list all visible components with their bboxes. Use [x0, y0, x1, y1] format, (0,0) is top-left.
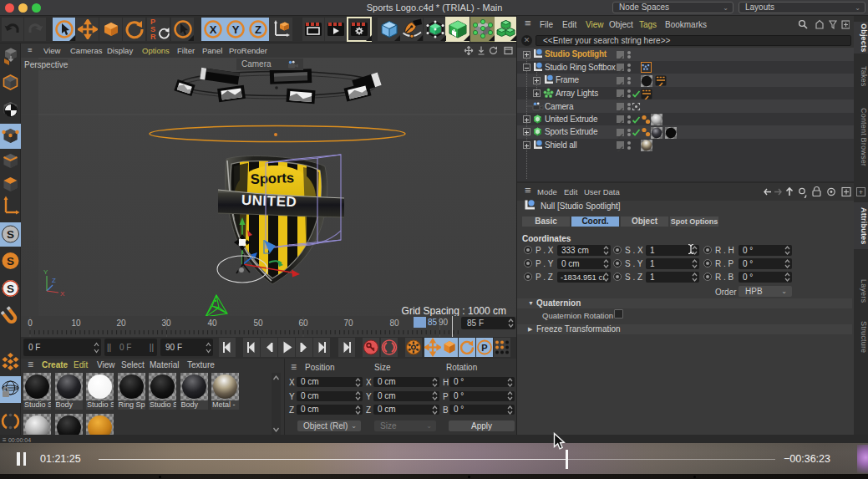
svg-text:10: 10 [71, 318, 81, 328]
svg-text:0: 0 [28, 318, 33, 328]
svg-text:Sports: Sports [250, 170, 294, 186]
svg-text:P: P [481, 343, 487, 353]
svg-text:60: 60 [298, 318, 308, 328]
svg-text:80: 80 [389, 318, 399, 328]
svg-text:Y: Y [232, 23, 240, 36]
svg-text:Y: Y [43, 268, 48, 276]
svg-text:S: S [7, 283, 14, 295]
svg-text:X: X [60, 290, 65, 298]
svg-text:40: 40 [207, 318, 217, 328]
svg-text:50: 50 [253, 318, 263, 328]
svg-text:70: 70 [343, 318, 353, 328]
svg-text:UNITED: UNITED [241, 192, 297, 210]
svg-text:S: S [7, 255, 14, 268]
svg-text:S: S [7, 228, 14, 241]
svg-text:Z: Z [255, 23, 261, 36]
svg-text:30: 30 [161, 318, 171, 328]
svg-text:X: X [210, 23, 217, 36]
svg-text:Z: Z [52, 277, 56, 284]
svg-text:20: 20 [116, 318, 126, 328]
